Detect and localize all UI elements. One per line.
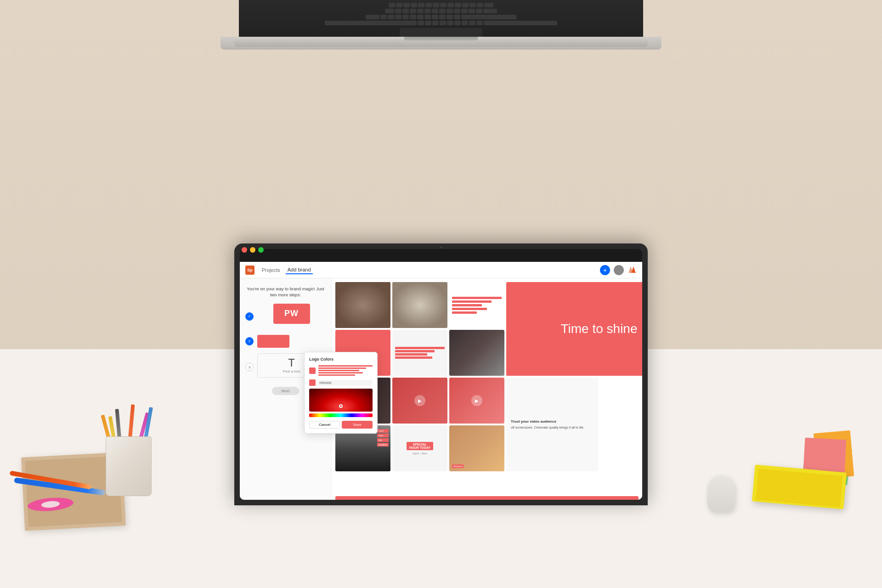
key [417,9,424,13]
key [388,15,394,19]
key [366,15,379,19]
maximize-button-dot[interactable] [258,247,264,253]
ps-1 [395,347,445,349]
laptop-trackpad-area [234,40,648,47]
time-to-shine-text: Time to shine [560,322,637,336]
key [417,15,424,19]
stripe-5 [452,311,477,314]
laptop-keyboard [239,0,643,37]
color-line-2 [318,368,366,369]
video-card-2: ▶ [449,378,504,424]
laptop: Sp Projects Add brand + [234,243,648,505]
mouse [707,475,735,512]
chef-photo [392,282,447,328]
stripe-3 [452,304,482,306]
stripe-4 [452,308,487,310]
key [418,3,424,7]
key [462,3,469,7]
key [389,3,395,7]
laptop-screen-outer: Sp Projects Add brand + [234,243,648,505]
color-step-content [257,335,326,348]
churros-label: #churros [452,464,464,469]
key [432,15,438,19]
app-nav: Projects Add brand [260,266,313,274]
hex-value: #ff6868 [317,380,373,386]
close-button-dot[interactable] [242,247,247,253]
key [447,3,454,7]
nav-projects[interactable]: Projects [260,266,282,274]
key [396,3,402,7]
cancel-button[interactable]: Cancel [309,421,340,429]
key [410,15,416,19]
step-1-circle: ✓ [245,312,254,321]
step-1: ✓ PW [245,304,326,329]
trust-card: Trust your video audience off screensize… [506,378,598,471]
color-gradient[interactable] [309,389,373,412]
key-row-1 [241,3,641,7]
key [469,9,475,13]
play-button-2[interactable]: ▶ [471,395,482,406]
key [425,3,432,7]
step-3-circle: 3 [245,363,254,371]
bakery-photo [335,282,390,328]
color-picker-title: Logo Colors [309,357,373,362]
city-tags: Don't miss this deadline [377,429,389,447]
color-gradient-selector [339,404,343,408]
key [411,3,417,7]
key [484,3,493,7]
font-label: Pick a font [283,369,300,373]
key [462,21,468,25]
color-line-5 [318,374,355,376]
churros-tag: #churros [452,464,464,468]
ps-3 [395,353,427,356]
key [483,9,497,13]
brand-magic-text: You're on your way to brand magic! Just … [245,286,326,298]
right-content: Time to shine ▶ Make it yours [332,278,642,500]
love-card: all you need is LOVE. LOVE MAKES MAGIC [335,496,639,500]
camera-dot [440,246,442,249]
special-hour-card: SPECIALHOUR TODAY Open - 8pm [392,425,447,471]
color-spectrum[interactable] [309,413,373,417]
traffic-lights [242,247,264,253]
play-button-1[interactable]: ▶ [414,395,425,406]
key [447,9,453,13]
key [461,9,468,13]
video-card-1: ▶ [392,378,447,424]
key [439,15,446,19]
special-hour-title: SPECIALHOUR TODAY [407,442,433,450]
key [469,3,476,7]
next-button[interactable]: Next [272,387,299,395]
logo-colors-list [309,365,373,376]
user-avatar[interactable] [614,265,624,275]
add-button[interactable]: + [600,265,610,275]
time-to-shine-card: Time to shine ▶ [506,282,642,376]
minimize-button-dot[interactable] [250,247,255,253]
color-swatch-row-1 [309,365,373,376]
color-swatch[interactable] [257,335,289,348]
step-2: 2 [245,335,326,348]
step-2-circle: 2 [245,337,254,345]
key [410,9,416,13]
key [418,21,424,25]
color-line-1 [318,365,373,367]
bakery-photo-inner [335,282,390,328]
city-tag-1: Don't [377,429,389,433]
hex-dot [309,379,316,386]
app-topbar: Sp Projects Add brand + [240,262,642,278]
content-grid: Time to shine ▶ Make it yours [335,282,639,496]
key-row-4 [241,21,641,25]
app-content: You're on your way to brand magic! Just … [240,278,642,500]
yellow-tray-inner [756,469,842,507]
save-color-button[interactable]: Save [342,421,373,429]
key [424,9,431,13]
trust-text: off screensizes. Cinematic quality bring… [511,425,594,430]
nav-add-brand[interactable]: Add brand [286,266,313,274]
app-ui: Sp Projects Add brand + [240,262,642,500]
key [432,9,438,13]
key [454,15,460,19]
keyboard-rows [239,0,643,28]
color-line-4 [318,372,363,373]
key [440,21,446,25]
churros-photo: #churros [449,425,504,471]
cup-body [106,436,152,496]
